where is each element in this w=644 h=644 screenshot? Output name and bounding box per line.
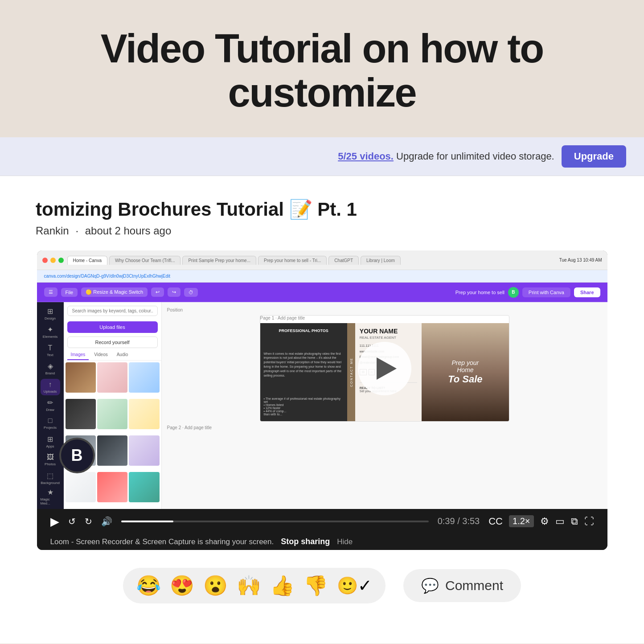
sidebar-item-magic-med[interactable]: ★ Magic Med... [41, 488, 60, 505]
projects-icon: □ [48, 417, 53, 425]
record-yourself-button[interactable]: Record yourself [67, 336, 158, 348]
thumb-5[interactable] [97, 399, 127, 429]
loom-notification-bar: Loom - Screen Recorder & Screen Capture … [37, 533, 607, 550]
sidebar-item-draw[interactable]: ✏ Draw [41, 397, 60, 414]
upgrade-banner: 5/25 videos. Upgrade for unlimited video… [0, 137, 644, 176]
time-ago: about 2 hours ago [85, 225, 172, 237]
upload-files-button[interactable]: Upload files [67, 321, 158, 333]
close-dot [42, 258, 48, 263]
design-icon: ⊞ [47, 307, 53, 316]
comment-icon: 💬 [421, 577, 439, 594]
sidebar-item-design[interactable]: ⊞ Design [41, 306, 60, 322]
video-section: tomizing Brochures Tutorial 📝 Pt. 1 Rank… [0, 176, 644, 644]
sidebar-item-photos[interactable]: 🖼 Photos [41, 451, 60, 468]
canva-screen: Home - Canva Why Choose Our Team (Trifl.… [37, 250, 607, 509]
hide-button[interactable]: Hide [337, 537, 353, 546]
fullscreen-button[interactable]: ⛶ [584, 516, 594, 527]
share-button[interactable]: Share [574, 287, 600, 297]
time-separator: / [457, 516, 462, 526]
tab-images[interactable]: Images [67, 350, 89, 360]
thumb-10[interactable] [66, 472, 96, 502]
sidebar-item-projects[interactable]: □ Projects [41, 415, 60, 431]
upgrade-link-label[interactable]: Upgrade for unlimited video storage. [396, 151, 554, 162]
browser-tabs: Home - Canva Why Choose Our Team (Trifl.… [67, 256, 556, 265]
author-name: Rankin [36, 225, 69, 237]
thumb-11[interactable] [97, 472, 127, 502]
brand-icon: ◈ [48, 362, 53, 370]
sidebar-item-brand[interactable]: ◈ Brand [41, 361, 60, 377]
thumb-9[interactable] [129, 435, 159, 466]
emoji-thumbs-up[interactable]: 👍 [270, 576, 295, 595]
emoji-laugh[interactable]: 😂 [136, 576, 161, 595]
upgrade-button[interactable]: Upgrade [562, 145, 626, 168]
thumb-4[interactable] [66, 399, 96, 429]
upgrade-link[interactable]: 5/25 videos. [338, 151, 394, 162]
reactions-bar: 😂 😍 😮 🙌 👍 👎 🙂✓ 💬 Comment [36, 550, 608, 621]
emoji-group: 😂 😍 😮 🙌 👍 👎 🙂✓ [123, 568, 386, 603]
time-display: 0:39 / 3:53 [438, 516, 480, 526]
pip-button[interactable]: ⧉ [571, 516, 578, 527]
video-player: Home - Canva Why Choose Our Team (Trifl.… [37, 250, 607, 550]
video-meta: tomizing Brochures Tutorial 📝 Pt. 1 Rank… [36, 198, 608, 237]
comment-button[interactable]: 💬 Comment [403, 569, 521, 602]
tab-prep-home[interactable]: Prep your home to sell - Tri... [258, 256, 327, 265]
file-button[interactable]: File [61, 288, 78, 297]
play-pause-button[interactable]: ▶ [50, 516, 59, 527]
page-2-label: Page 2 · Add page title [167, 425, 602, 430]
sidebar-item-text[interactable]: T Text [41, 342, 60, 359]
tab-chatgpt[interactable]: ChatGPT [328, 256, 359, 265]
undo-button[interactable]: ↩ [151, 287, 164, 297]
magic-med-icon: ★ [47, 488, 53, 496]
canvas-page-1: Page 1 · Add page title PROFESSIONAL PHO… [260, 315, 509, 422]
resize-button[interactable]: 🟡 Resize & Magic Switch [81, 287, 148, 297]
tab-choose-team[interactable]: Why Choose Our Team (Trifl... [109, 256, 180, 265]
menu-button[interactable]: ☰ [44, 287, 57, 297]
page-title: Video Tutorial on how to customize [36, 27, 608, 115]
browser-time: Tue Aug 13 10:49 AM [559, 258, 602, 263]
control-icons: CC 1.2× ⚙ ▭ ⧉ ⛶ [488, 515, 594, 527]
sidebar-item-uploads[interactable]: ↑ Uploads [41, 379, 60, 395]
sidebar-item-apps[interactable]: ⊞ Apps [41, 433, 60, 450]
video-title-text: tomizing Brochures Tutorial 📝 Pt. 1 [36, 199, 357, 220]
redo-button[interactable]: ↪ [168, 287, 180, 297]
tab-home-canva[interactable]: Home - Canva [67, 256, 107, 265]
tab-audio[interactable]: Audio [113, 350, 132, 360]
emoji-add-reaction[interactable]: 🙂✓ [337, 577, 372, 594]
upgrade-text: 5/25 videos. Upgrade for unlimited video… [338, 151, 554, 162]
current-time: 0:39 [438, 516, 455, 526]
thumb-1[interactable] [66, 362, 96, 393]
tab-print-sample[interactable]: Print Sample Prep your home... [182, 256, 256, 265]
forward-button[interactable]: ↻ [85, 517, 92, 526]
print-button[interactable]: Print with Canva [522, 287, 570, 297]
stop-sharing-button[interactable]: Stop sharing [281, 537, 330, 546]
volume-button[interactable]: 🔊 [101, 517, 112, 526]
tab-videos[interactable]: Videos [90, 350, 111, 360]
cc-button[interactable]: CC [488, 516, 503, 527]
theater-mode-button[interactable]: ▭ [555, 516, 565, 527]
sale-text: To Sale [443, 373, 487, 385]
emoji-thumbs-down[interactable]: 👎 [304, 576, 328, 595]
emoji-raised-hands[interactable]: 🙌 [237, 576, 261, 595]
thumb-3[interactable] [129, 362, 159, 393]
speed-badge[interactable]: 1.2× [509, 515, 533, 527]
sidebar-item-elements[interactable]: ✦ Elements [41, 324, 60, 340]
play-button-overlay[interactable] [358, 342, 411, 395]
brochure-right-section: Prep your Home To Sale [422, 323, 509, 421]
url-text: canva.com/design/DAGNqD-g9V/dIn0wjD3Ctny… [44, 274, 170, 279]
tab-library-loom[interactable]: Library | Loom [361, 256, 401, 265]
search-input[interactable] [67, 306, 158, 316]
maximize-dot [58, 258, 64, 263]
progress-bar[interactable] [121, 521, 429, 522]
thumb-6[interactable] [129, 399, 159, 429]
rewind-button[interactable]: ↺ [68, 517, 76, 526]
thumb-12[interactable] [129, 472, 159, 502]
sidebar-item-background[interactable]: ⬚ Background [41, 470, 60, 486]
thumb-2[interactable] [97, 362, 127, 393]
thumb-8[interactable] [97, 435, 127, 466]
settings-button[interactable]: ⚙ [540, 516, 549, 527]
toolbar-right: Prep your home to sell B Print with Canv… [455, 287, 600, 298]
emoji-heart-eyes[interactable]: 😍 [170, 576, 194, 595]
emoji-surprised[interactable]: 😮 [203, 576, 228, 595]
timer-button[interactable]: ⏱ [184, 288, 198, 297]
total-time: 3:53 [462, 516, 480, 526]
